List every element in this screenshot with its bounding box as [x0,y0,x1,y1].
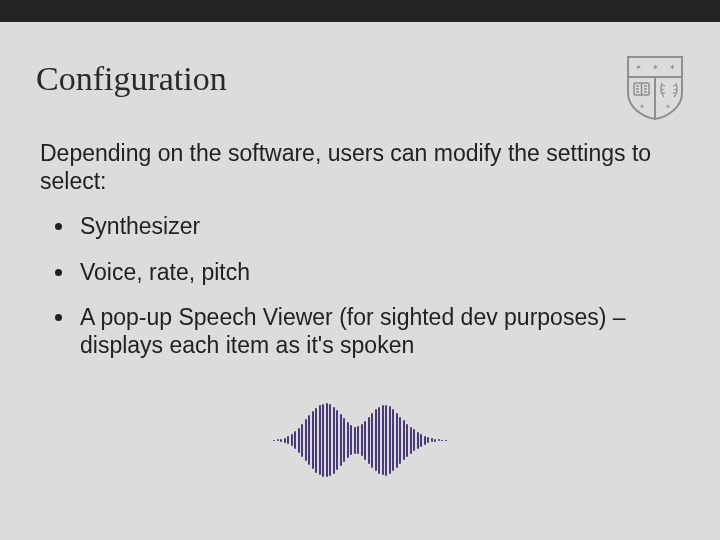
waveform-bar [364,421,366,460]
waveform-bar [326,403,328,477]
waveform-bar [273,440,275,441]
waveform-bar [396,413,398,468]
waveform-bar [438,439,440,441]
waveform-bar [413,429,415,451]
waveform-bar [329,404,331,476]
waveform-bar [312,411,314,469]
waveform-bar [308,415,310,465]
bullet-item: A pop-up Speech Viewer (for sighted dev … [76,304,660,359]
svg-line-16 [673,85,676,86]
waveform-bar [385,405,387,476]
waveform-bar [424,436,426,445]
waveform-bar [291,434,293,446]
intro-text: Depending on the software, users can mod… [40,140,660,195]
bullet-item: Synthesizer [76,213,660,241]
waveform-bar [392,409,394,471]
waveform-bar [420,434,422,447]
waveform-bar [406,424,408,457]
waveform-bar [382,405,384,475]
waveform-bar [343,418,345,462]
waveform-bar [445,440,447,441]
slide-body: Depending on the software, users can mod… [40,140,660,378]
waveform-bar [305,419,307,461]
shield-logo-icon: ✶ ✶ ✶ ✶ ✶ [626,55,684,121]
waveform-bar [441,440,443,441]
svg-text:✶: ✶ [635,63,642,72]
waveform-bar [378,407,380,474]
waveform-bar [417,432,419,449]
waveform-bar [298,428,300,453]
waveform-bar [284,438,286,443]
waveform-bar [357,426,359,454]
waveform-bar [368,417,370,464]
waveform-bar [347,422,349,458]
waveform-bar [389,406,391,474]
svg-text:✶: ✶ [669,63,676,72]
waveform-bar [277,439,279,441]
slide-title: Configuration [36,60,227,98]
waveform-bar [294,431,296,449]
waveform-bar [319,405,321,475]
svg-text:✶: ✶ [652,63,659,72]
waveform-bar [375,409,377,471]
waveform-bar [427,437,429,443]
slide: Configuration ✶ ✶ ✶ [0,0,720,540]
waveform-bar [340,414,342,466]
bullet-list: Synthesizer Voice, rate, pitch A pop-up … [40,213,660,359]
waveform-bar [371,413,373,468]
waveform-bar [280,439,282,442]
waveform-bar [434,439,436,442]
waveform-bar [399,417,401,464]
waveform-bar [354,427,356,454]
waveform-bar [315,408,317,473]
svg-text:✶: ✶ [665,103,671,110]
waveform-bar [333,407,335,474]
waveform-bar [410,427,412,454]
waveform-bar [287,436,289,444]
waveform-bar [431,438,433,442]
waveform-bar [350,425,352,455]
waveform-icon [273,400,447,480]
svg-line-13 [662,85,665,86]
waveform-container [0,400,720,480]
svg-text:✶: ✶ [639,103,645,110]
top-accent-bar [0,0,720,22]
waveform-bar [403,420,405,460]
waveform-bar [361,424,363,456]
waveform-bar [336,410,338,470]
bullet-item: Voice, rate, pitch [76,259,660,287]
waveform-bar [322,404,324,477]
waveform-bar [301,424,303,457]
